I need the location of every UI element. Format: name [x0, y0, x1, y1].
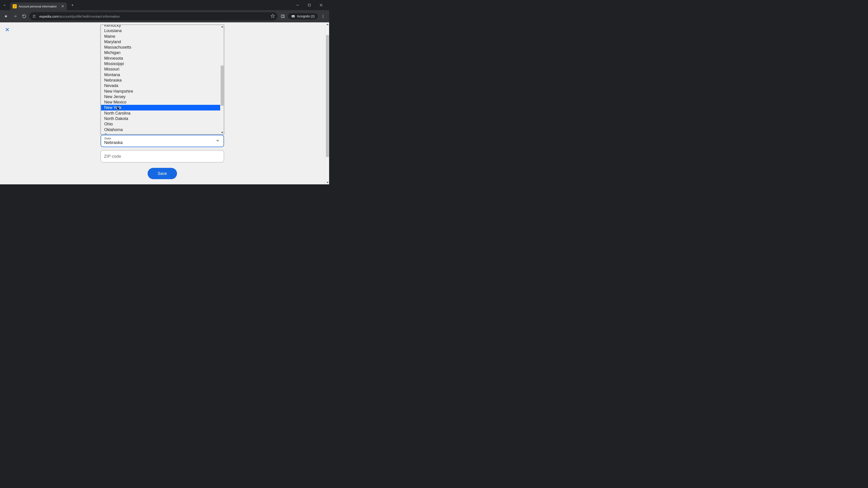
listbox-scrollbar[interactable] [220, 25, 224, 134]
tab-title: Account personal information [19, 5, 57, 8]
chevron-down-icon [215, 138, 220, 144]
browser-tab[interactable]: Account personal information ✕ [10, 2, 67, 10]
page-scroll-down-button[interactable] [326, 181, 329, 184]
svg-rect-3 [308, 4, 310, 6]
state-option[interactable]: Massachusetts [101, 44, 220, 50]
tab-search-button[interactable] [0, 1, 9, 9]
state-option[interactable]: North Carolina [101, 110, 220, 116]
zip-code-placeholder: ZIP code [104, 154, 121, 159]
svg-point-21 [323, 17, 323, 18]
new-tab-button[interactable] [69, 2, 75, 8]
titlebar: Account personal information ✕ [0, 0, 329, 10]
state-option[interactable]: Louisiana [101, 28, 220, 33]
listbox-scroll-thumb[interactable] [221, 66, 223, 106]
state-option[interactable]: New Jersey [101, 94, 220, 99]
state-option[interactable]: Oklahoma [101, 127, 220, 132]
window-maximize-button[interactable] [304, 2, 314, 8]
url-text: expedia.com/account/profile?edit=contact… [39, 14, 120, 18]
expedia-favicon-icon [13, 4, 17, 8]
state-option[interactable]: Nebraska [101, 77, 220, 83]
state-option[interactable]: North Dakota [101, 116, 220, 121]
state-select[interactable]: State Nebraska [101, 135, 224, 147]
site-info-button[interactable] [32, 14, 37, 19]
page-scroll-up-button[interactable] [326, 22, 329, 26]
listbox-scroll-up-button[interactable] [220, 25, 224, 28]
svg-rect-14 [281, 15, 284, 18]
state-option[interactable]: Nevada [101, 83, 220, 88]
save-button-label: Save [158, 171, 167, 176]
state-option[interactable]: New Mexico [101, 99, 220, 105]
state-option[interactable]: Missouri [101, 66, 220, 72]
zip-code-input[interactable]: ZIP code [101, 150, 224, 162]
modal-close-button[interactable] [4, 27, 10, 32]
page-viewport: KentuckyLouisianaMaineMarylandMassachuse… [0, 22, 329, 184]
state-select-value: Nebraska [104, 140, 220, 145]
svg-point-20 [323, 16, 323, 17]
page-scroll-thumb[interactable] [326, 35, 329, 157]
state-option[interactable]: Ohio [101, 121, 220, 127]
side-panel-button[interactable] [279, 12, 287, 20]
state-option[interactable]: Maryland [101, 39, 220, 44]
state-option[interactable]: Kentucky [101, 25, 220, 28]
page-scrollbar[interactable] [325, 22, 329, 184]
state-option[interactable]: New York [101, 105, 220, 110]
state-option[interactable]: Mississippi [101, 61, 220, 66]
window-close-button[interactable] [316, 2, 326, 8]
window-controls [292, 0, 327, 10]
listbox-scroll-down-button[interactable] [220, 131, 224, 134]
state-option[interactable]: New Hampshire [101, 89, 220, 94]
state-option[interactable]: Minnesota [101, 56, 220, 61]
bookmark-star-icon[interactable] [271, 14, 275, 19]
state-option[interactable]: O [101, 132, 220, 134]
address-bar[interactable]: expedia.com/account/profile?edit=contact… [29, 12, 278, 20]
svg-rect-9 [33, 15, 34, 16]
browser-forward-button[interactable] [11, 12, 19, 20]
svg-point-19 [323, 15, 323, 15]
window-minimize-button[interactable] [292, 2, 303, 8]
state-select-label: State [104, 137, 220, 140]
save-button[interactable]: Save [148, 168, 177, 179]
svg-rect-10 [33, 17, 34, 18]
incognito-label: Incognito (2) [297, 14, 315, 18]
incognito-indicator[interactable]: Incognito (2) [288, 13, 318, 20]
svg-point-16 [292, 17, 293, 18]
state-option[interactable]: Maine [101, 34, 220, 39]
svg-point-17 [293, 17, 295, 18]
tab-close-button[interactable]: ✕ [61, 4, 65, 8]
browser-toolbar: expedia.com/account/profile?edit=contact… [0, 10, 329, 22]
browser-menu-button[interactable] [319, 12, 327, 20]
browser-reload-button[interactable] [20, 12, 28, 20]
svg-marker-13 [271, 14, 275, 18]
state-option[interactable]: Michigan [101, 50, 220, 55]
browser-chrome: Account personal information ✕ expedia.c… [0, 0, 329, 22]
state-option[interactable]: Montana [101, 72, 220, 77]
state-listbox[interactable]: KentuckyLouisianaMaineMarylandMassachuse… [101, 25, 224, 134]
